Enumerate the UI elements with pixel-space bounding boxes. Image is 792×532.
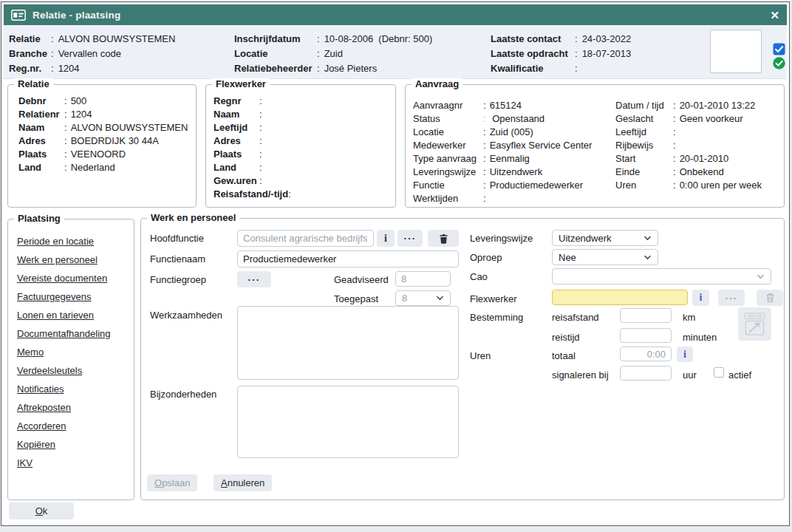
blue-checkbox-icon[interactable]	[773, 43, 785, 55]
header-row: Reg.nr.:1204	[9, 61, 175, 75]
info-row: Start:20-01-2010	[615, 151, 762, 165]
info-row: Land:Nederland	[18, 160, 196, 174]
bijzonderheden-textarea[interactable]	[237, 386, 459, 458]
nav-item-lonen-en-tarieven[interactable]: Lonen en tarieven	[17, 310, 94, 321]
contact-card-icon	[11, 10, 26, 21]
flexwerker-delete-button[interactable]	[757, 290, 783, 306]
info-row: Leeftijd:	[214, 120, 395, 134]
werk-panel-legend: Werk en personeel	[147, 212, 239, 224]
header-right-column: Laatste contact:24-03-2022 Laatste opdra…	[491, 31, 631, 75]
header-row: Relatie:ALVON BOUWSYSTEMEN	[9, 31, 175, 46]
flexwerker-browse-button[interactable]: ...	[718, 290, 745, 306]
plaatsing-nav-list: Periode en locatie Werk en personeel Ver…	[8, 236, 134, 476]
flexwerker-panel: Flexwerker Regnr: Naam: Leeftijd: Adres:…	[205, 84, 396, 208]
nav-item-documentafhandeling[interactable]: Documentafhandeling	[17, 328, 110, 339]
info-row: Adres:	[214, 134, 395, 147]
reisafstand-input[interactable]	[620, 308, 672, 323]
ellipsis-icon: ...	[726, 291, 738, 301]
nav-item-factuurgegevens[interactable]: Factuurgegevens	[17, 291, 91, 302]
functienaam-input[interactable]	[237, 250, 459, 267]
info-row: Land:	[214, 160, 395, 174]
info-row: Werktijden:	[413, 191, 592, 205]
toegepast-label: Toegepast	[334, 293, 378, 305]
uren-totaal-input[interactable]	[620, 347, 672, 361]
nav-item-notificaties[interactable]: Notificaties	[17, 383, 64, 395]
header-middle-column: Inschrijfdatum:10-08-2006 (Debnr: 500) L…	[234, 31, 432, 75]
chevron-down-icon	[644, 236, 652, 241]
opslaan-button[interactable]: Opslaan	[147, 474, 197, 491]
cao-label: Cao	[470, 271, 488, 283]
info-icon: i	[700, 293, 703, 303]
reistijd-input[interactable]	[620, 328, 672, 343]
info-row: Gew.uren:	[214, 174, 395, 187]
nav-item-accorderen[interactable]: Accorderen	[17, 420, 66, 432]
uren-label: Uren	[470, 350, 491, 362]
hoofdfunctie-input[interactable]	[237, 230, 374, 247]
toegepast-select[interactable]: 8	[395, 290, 451, 306]
info-row: Plaats:	[214, 147, 395, 160]
nav-item-ikv[interactable]: IKV	[17, 457, 33, 468]
info-row: Functie:Productiemedewerker	[413, 178, 592, 191]
werkzaamheden-textarea[interactable]	[237, 306, 459, 380]
aanvraag-right-column: Datum / tijd:20-01-2010 13:22 Geslacht:G…	[615, 98, 762, 191]
functiegroep-label: Functiegroep	[150, 274, 206, 286]
flexwerker-input[interactable]	[552, 290, 688, 305]
totaal-label: totaal	[552, 350, 576, 362]
nav-item-kopieren[interactable]: Kopiëren	[17, 439, 55, 450]
hoofdfunctie-browse-button[interactable]: ...	[397, 230, 423, 247]
info-icon: i	[384, 233, 387, 244]
hoofdfunctie-delete-button[interactable]	[428, 230, 459, 247]
functienaam-label: Functienaam	[150, 253, 205, 265]
titlebar: Relatie - plaatsing ✕	[4, 4, 787, 25]
info-row: Leveringswijze:Uitzendwerk	[413, 165, 592, 178]
hoofdfunctie-info-button[interactable]: i	[377, 230, 395, 247]
header-row: Laatste contact:24-03-2022	[491, 31, 631, 46]
info-row: Datum / tijd:20-01-2010 13:22	[615, 98, 762, 112]
info-row: Aanvraagnr:615124	[413, 98, 592, 112]
info-row: Rijbewijs:	[615, 138, 762, 151]
nav-item-memo[interactable]: Memo	[17, 347, 44, 358]
uren-info-button[interactable]: i	[677, 347, 693, 362]
header-summary: Relatie:ALVON BOUWSYSTEMEN Branche:Verva…	[4, 25, 787, 79]
signaleren-bij-label: signaleren bij	[552, 369, 609, 381]
info-row: Naam:	[214, 107, 395, 120]
nav-list-item: Documentafhandeling	[17, 328, 134, 347]
nav-item-vereiste-documenten[interactable]: Vereiste documenten	[17, 273, 107, 284]
plaatsing-panel-legend: Plaatsing	[14, 213, 64, 225]
info-row: Adres:BOEDRDIJK 30 44A	[18, 134, 196, 147]
green-check-icon	[773, 57, 785, 69]
nav-list-item: Factuurgegevens	[17, 291, 134, 310]
info-row: Uren:0:00 uren per week	[615, 178, 762, 191]
functiegroep-browse-button[interactable]: ...	[237, 271, 271, 287]
nav-item-verdeelsleutels[interactable]: Verdeelsleutels	[17, 365, 82, 376]
nav-item-periode-en-locatie[interactable]: Periode en locatie	[17, 236, 94, 247]
header-row: Inschrijfdatum:10-08-2006 (Debnr: 500)	[234, 31, 432, 46]
nav-list-item: Aftrekposten	[17, 402, 134, 420]
nav-list-item: Verdeelsleutels	[17, 365, 134, 383]
signaleren-bij-input[interactable]	[620, 366, 672, 381]
reistijd-label: reistijd	[552, 332, 580, 344]
nav-item-aftrekposten[interactable]: Aftrekposten	[17, 402, 71, 413]
info-row: Reisafstand/-tijd:	[214, 187, 395, 200]
cao-select[interactable]	[552, 268, 771, 284]
route-planner-button[interactable]: 4117 AA	[738, 307, 771, 341]
close-icon[interactable]: ✕	[770, 10, 779, 21]
annuleren-button[interactable]: Annuleren	[214, 474, 272, 491]
flexwerker-info-button[interactable]: i	[692, 290, 709, 306]
oproep-select[interactable]: Nee	[552, 249, 658, 265]
minuten-label: minuten	[683, 332, 717, 344]
werkzaamheden-label: Werkzaamheden	[150, 310, 222, 321]
actief-checkbox[interactable]	[714, 367, 724, 378]
header-row: Branche:Vervallen code	[9, 46, 175, 61]
ok-button[interactable]: Ok	[9, 502, 74, 519]
route-planner-icon: 4117 AA	[742, 309, 767, 339]
nav-list-item: Memo	[17, 347, 134, 365]
geadviseerd-input[interactable]	[395, 271, 451, 287]
trash-outline-icon	[765, 293, 775, 303]
werk-en-personeel-panel: Werk en personeel Hoofdfunctie i ... Fun…	[140, 218, 785, 500]
info-icon: i	[683, 349, 686, 360]
nav-item-werk-en-personeel[interactable]: Werk en personeel	[17, 254, 98, 265]
window-title: Relatie - plaatsing	[33, 10, 120, 21]
trash-icon	[439, 233, 448, 244]
leveringswijze-select[interactable]: Uitzendwerk	[552, 230, 658, 246]
